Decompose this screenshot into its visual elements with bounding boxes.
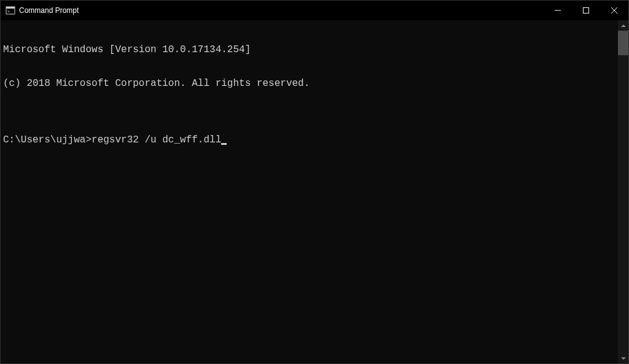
command-prompt-window: >_ Command Prompt — [0, 0, 629, 364]
maximize-button[interactable] — [572, 1, 600, 20]
version-line: Microsoft Windows [Version 10.0.17134.25… — [3, 44, 618, 55]
copyright-line: (c) 2018 Microsoft Corporation. All righ… — [3, 78, 618, 89]
vertical-scrollbar[interactable] — [618, 20, 628, 363]
scrollbar-thumb[interactable] — [618, 31, 628, 55]
prompt-line: C:\Users\ujjwa>regsvr32 /u dc_wff.dll — [3, 134, 618, 145]
close-icon — [611, 7, 617, 14]
scrollbar-track[interactable] — [618, 31, 628, 353]
scroll-up-arrow[interactable] — [618, 20, 628, 31]
prompt-text: C:\Users\ujjwa> — [3, 134, 92, 145]
svg-rect-4 — [584, 8, 589, 14]
chevron-down-icon — [621, 357, 626, 360]
chevron-up-icon — [621, 25, 626, 27]
titlebar[interactable]: >_ Command Prompt — [1, 1, 628, 20]
command-prompt-icon: >_ — [6, 6, 15, 15]
svg-text:>_: >_ — [7, 9, 13, 14]
content-area: Microsoft Windows [Version 10.0.17134.25… — [1, 20, 628, 363]
window-controls — [544, 1, 628, 20]
command-text: regsvr32 /u dc_wff.dll — [92, 134, 221, 145]
svg-marker-7 — [621, 25, 626, 27]
cursor — [221, 143, 227, 145]
svg-rect-1 — [6, 7, 15, 9]
minimize-button[interactable] — [544, 1, 572, 20]
terminal-output[interactable]: Microsoft Windows [Version 10.0.17134.25… — [1, 20, 618, 363]
svg-marker-8 — [621, 357, 626, 360]
window-title: Command Prompt — [19, 6, 544, 15]
minimize-icon — [555, 7, 561, 14]
close-button[interactable] — [600, 1, 628, 20]
maximize-icon — [583, 7, 589, 14]
scroll-down-arrow[interactable] — [618, 353, 628, 363]
